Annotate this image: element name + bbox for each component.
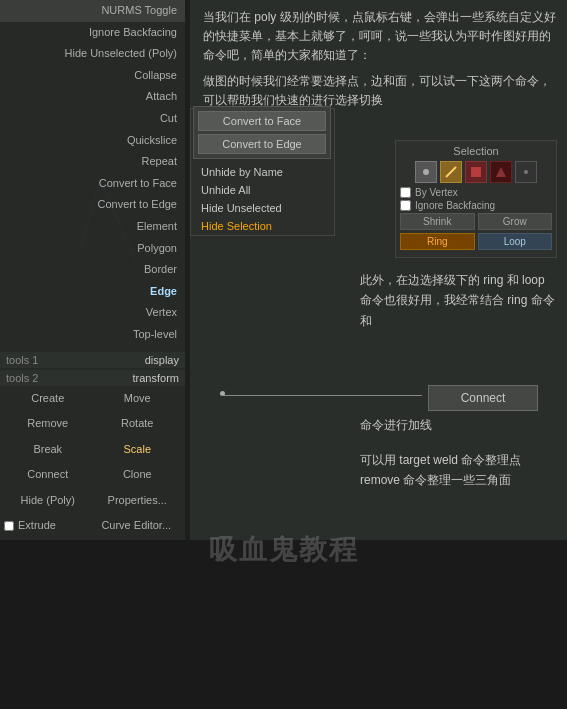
tools-item-element[interactable]: Element [0,216,185,238]
tools-item-quickslice[interactable]: Quickslice [0,130,185,152]
tools-item-polygon[interactable]: Polygon [0,238,185,260]
tools-item-rotate[interactable]: Rotate [94,413,182,435]
tools-item-conv-edge[interactable]: Convert to Edge [0,194,185,216]
tools-item-scale[interactable]: Scale [94,439,182,461]
tools-item-collapse[interactable]: Collapse [0,65,185,87]
grow-button[interactable]: Grow [478,213,553,230]
svg-marker-24 [496,167,506,177]
text-paragraph-4: 命令进行加线 [360,415,560,435]
edge-mode-icon[interactable] [440,161,462,183]
ring-loop-row: Ring Loop [400,233,552,250]
convert-panel: Convert to Face Convert to Edge [193,106,331,159]
shrink-button[interactable]: Shrink [400,213,475,230]
tools-item-curve-editor[interactable]: Curve Editor... [92,515,182,537]
tools-item-create[interactable]: Create [4,388,92,410]
tools-label-1: tools 1 display [0,352,185,368]
tools-item-toplevel[interactable]: Top-level [0,324,185,346]
tools-item-edge[interactable]: Edge [0,281,185,303]
arrow-line [222,395,422,396]
tools-item-repeat[interactable]: Repeat [0,151,185,173]
tools-item-break[interactable]: Break [4,439,92,461]
text-paragraph-1: 当我们在 poly 级别的时候，点鼠标右键，会弹出一些系统自定义好的快捷菜单，基… [203,8,557,66]
tools-item-clone[interactable]: Clone [94,464,182,486]
svg-rect-23 [471,167,481,177]
tools-item-attach[interactable]: Attach [0,86,185,108]
by-vertex-row: By Vertex [400,187,552,198]
connect-area: Connect [428,385,538,411]
svg-point-25 [524,170,528,174]
svg-line-22 [446,167,456,177]
tools-item-properties[interactable]: Properties... [94,490,182,512]
tools-item-border[interactable]: Border [0,259,185,281]
watermark: 吸血鬼教程 [209,531,359,569]
by-vertex-checkbox[interactable] [400,187,411,198]
shrink-grow-row: Shrink Grow [400,213,552,230]
context-unhide-all[interactable]: Unhide All [191,181,334,199]
element-mode-icon[interactable] [490,161,512,183]
context-hide-sel[interactable]: Hide Selection [191,217,334,235]
convert-to-edge-button[interactable]: Convert to Edge [198,134,326,154]
face-mode-icon[interactable] [465,161,487,183]
tools-item-hide-unsel[interactable]: Hide Unselected (Poly) [0,43,185,65]
ignore-backfacing-row: Ignore Backfacing [400,200,552,211]
text-paragraph-5: 可以用 target weld 命令整理点 remove 命令整理一些三角面 [360,450,560,491]
loop-button[interactable]: Loop [478,233,553,250]
tools-item-ignore-bf[interactable]: Ignore Backfacing [0,22,185,44]
vertex-mode-icon[interactable] [415,161,437,183]
tools-item-extrude[interactable]: Extrude [16,515,58,537]
tools-item-hide-poly[interactable]: Hide (Poly) [4,490,92,512]
tools-item-connect[interactable]: Connect [4,464,92,486]
extra-text-target-weld: 可以用 target weld 命令整理点 remove 命令整理一些三角面 [360,450,560,491]
convert-to-face-button[interactable]: Convert to Face [198,111,326,131]
tools-item-vertex[interactable]: Vertex [0,302,185,324]
extra-text-ring-loop: 此外，在边选择级下的 ring 和 loop 命令也很好用，我经常结合 ring… [360,270,560,331]
text-paragraph-2: 做图的时候我们经常要选择点，边和面，可以试一下这两个命令，可以帮助我们快速的进行… [203,72,557,110]
selection-panel: Selection By Vertex Ignore Backfacing Sh… [395,140,557,258]
text-paragraph-3: 此外，在边选择级下的 ring 和 loop 命令也很好用，我经常结合 ring… [360,270,560,331]
selection-title: Selection [400,145,552,157]
ring-button[interactable]: Ring [400,233,475,250]
connect-button[interactable]: Connect [428,385,538,411]
extra-text-addline: 命令进行加线 [360,415,560,435]
by-vertex-label: By Vertex [415,187,458,198]
context-unhide-name[interactable]: Unhide by Name [191,163,334,181]
extrude-checkbox[interactable] [4,521,14,531]
ignore-backfacing-label: Ignore Backfacing [415,200,495,211]
tools-item-move[interactable]: Move [94,388,182,410]
tools-label-2: tools 2 transform [0,370,185,386]
tools-panel: NURMS Toggle Ignore Backfacing Hide Unse… [0,0,185,629]
ignore-backfacing-checkbox[interactable] [400,200,411,211]
tools-item-remove[interactable]: Remove [4,413,92,435]
selection-icons-row [400,161,552,183]
tools-item-conv-face[interactable]: Convert to Face [0,173,185,195]
tools-item-nurms[interactable]: NURMS Toggle [0,0,185,22]
tools-item-cut[interactable]: Cut [0,108,185,130]
dot-mode-icon[interactable] [515,161,537,183]
svg-point-21 [423,169,429,175]
context-hide-unsel[interactable]: Hide Unselected [191,199,334,217]
